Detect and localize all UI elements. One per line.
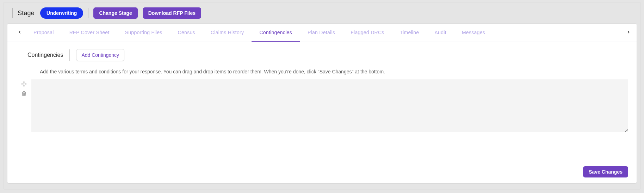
move-icon[interactable] (21, 81, 27, 88)
tabs-row: ProposalRFP Cover SheetSupporting FilesC… (7, 24, 637, 42)
chevron-right-icon (626, 30, 631, 36)
contingency-item (7, 79, 637, 132)
tab-timeline[interactable]: Timeline (392, 24, 427, 42)
tabs-scroll-left[interactable] (15, 28, 24, 37)
tab-messages[interactable]: Messages (454, 24, 493, 42)
tabs-scroll-right[interactable] (624, 28, 633, 37)
stage-bar: Stage Underwriting Change Stage Download… (4, 2, 640, 24)
tab-contingencies[interactable]: Contingencies (252, 24, 300, 42)
section-divider-left (21, 49, 21, 61)
tabs-list: ProposalRFP Cover SheetSupporting FilesC… (26, 24, 623, 42)
section-divider-right (131, 49, 131, 61)
save-changes-button[interactable]: Save Changes (583, 166, 628, 177)
stage-divider-left (12, 8, 13, 18)
section-header: Contingencies Add Contingency (7, 42, 637, 69)
stage-label: Stage (18, 10, 35, 17)
tab-proposal[interactable]: Proposal (26, 24, 62, 42)
contingency-textarea[interactable] (31, 79, 628, 132)
add-contingency-button[interactable]: Add Contingency (76, 49, 124, 61)
change-stage-button[interactable]: Change Stage (93, 7, 137, 19)
stage-divider-right (88, 8, 88, 18)
section-help-text: Add the various terms and conditions for… (7, 69, 637, 79)
tab-supporting-files[interactable]: Supporting Files (117, 24, 170, 42)
tab-claims-history[interactable]: Claims History (203, 24, 252, 42)
download-rfp-button[interactable]: Download RFP Files (143, 7, 201, 19)
trash-icon[interactable] (21, 90, 27, 98)
section-title: Contingencies (27, 52, 63, 58)
chevron-left-icon (17, 30, 22, 36)
tab-audit[interactable]: Audit (427, 24, 454, 42)
page-card: Stage Underwriting Change Stage Download… (4, 2, 640, 189)
tab-flagged-drcs[interactable]: Flagged DRCs (343, 24, 392, 42)
stage-pill[interactable]: Underwriting (40, 7, 83, 19)
tab-rfp-cover-sheet[interactable]: RFP Cover Sheet (62, 24, 117, 42)
item-controls (21, 79, 27, 98)
footer-actions: Save Changes (583, 166, 628, 177)
section-divider-mid (69, 49, 70, 61)
tab-census[interactable]: Census (170, 24, 203, 42)
tab-plan-details[interactable]: Plan Details (300, 24, 343, 42)
main-panel: ProposalRFP Cover SheetSupporting FilesC… (7, 24, 637, 183)
